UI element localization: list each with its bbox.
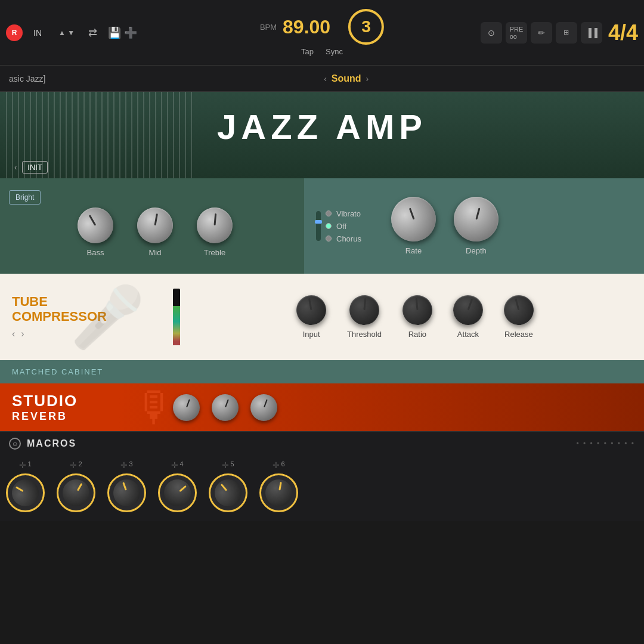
macro-num-4: 4	[179, 460, 183, 467]
macro-knob-inner-5	[209, 474, 247, 512]
mid-label: Mid	[149, 248, 162, 257]
release-knob[interactable]	[500, 292, 537, 328]
eq-knobs: Bass Mid Treble	[18, 208, 292, 257]
treble-label: Treble	[204, 248, 225, 257]
vibrato-label: Vibrato	[336, 209, 361, 218]
macro-knob-ring-6[interactable]	[259, 473, 298, 512]
off-label: Off	[336, 222, 346, 231]
nav-arrows[interactable]: ▲ ▼	[58, 29, 75, 37]
depth-label: Depth	[466, 246, 487, 255]
matched-cabinet-label: MATCHED CABINET	[12, 367, 103, 376]
off-item[interactable]: Off	[326, 222, 361, 231]
macro-knob-ring-4[interactable]	[158, 473, 197, 512]
in-label: IN	[33, 28, 42, 38]
macro-move-4[interactable]: ✛	[171, 460, 178, 470]
macro-num-6: 6	[281, 460, 284, 467]
top-bar-right: ⊙ PREoo ✏ ⊞ ▐▐ 4/4	[481, 20, 638, 45]
reverb-knob-3[interactable]	[250, 394, 277, 421]
nav-arrow-left[interactable]: ‹	[9, 161, 22, 174]
depth-knob[interactable]	[448, 192, 503, 247]
chorus-item[interactable]: Chorus	[326, 234, 361, 243]
macro-knob-ring-3[interactable]	[107, 473, 146, 512]
macro-move-1[interactable]: ✛	[19, 460, 26, 470]
bass-knob[interactable]	[71, 201, 120, 250]
attack-knob[interactable]	[449, 291, 487, 329]
compressor-left: 🎤 TUBE COMPRESSOR ‹ ›	[0, 274, 167, 360]
sound-nav-right[interactable]: ›	[366, 74, 369, 83]
mid-knob-group: Mid	[137, 208, 173, 257]
rate-knob[interactable]	[385, 190, 442, 247]
threshold-knob[interactable]	[348, 294, 380, 326]
sound-nav-left[interactable]: ‹	[324, 74, 327, 83]
save-icons[interactable]: 💾 ➕	[108, 26, 137, 39]
mid-knob[interactable]	[134, 205, 176, 246]
sync-button[interactable]: Sync	[326, 47, 343, 56]
release-label: Release	[504, 330, 533, 339]
macro-num-1: 1	[27, 460, 31, 467]
vibrato-item[interactable]: Vibrato	[326, 209, 361, 218]
studio-reverb: 🎙 STUDIO REVERB	[0, 383, 644, 431]
project-name: asic Jazz]	[9, 74, 45, 83]
loop-icon[interactable]: ⊙	[481, 22, 502, 44]
macro-move-5[interactable]: ✛	[222, 460, 229, 470]
macro-knob-ring-2[interactable]	[57, 473, 95, 512]
reverb-knobs	[173, 394, 277, 421]
macros-title: MACROS	[27, 438, 76, 449]
macro-knob-ring-5[interactable]	[209, 473, 247, 512]
input-knob[interactable]	[294, 293, 329, 327]
attack-knob-group: Attack	[453, 295, 483, 339]
comp-next[interactable]: ›	[21, 329, 24, 339]
macro-knob-inner-2	[58, 475, 94, 511]
threshold-label: Threshold	[347, 330, 382, 339]
macro-knob-inner-3	[110, 476, 144, 510]
eq-left: Bright Bass Mid Treble	[0, 178, 304, 274]
pencil-icon[interactable]: ✏	[531, 22, 552, 44]
macro-knob-item-3: ✛ 3	[107, 460, 146, 512]
bright-button[interactable]: Bright	[9, 190, 41, 205]
treble-knob[interactable]	[195, 206, 234, 244]
ratio-knob-group: Ratio	[402, 295, 432, 339]
macro-num-5: 5	[230, 460, 234, 467]
bars-icon[interactable]: ▐▐	[581, 22, 602, 44]
comp-meter-fill	[173, 306, 180, 346]
comp-prev[interactable]: ‹	[12, 329, 15, 339]
reverb-knob-2[interactable]	[212, 394, 239, 421]
sound-nav-center: ‹ Sound ›	[324, 73, 369, 84]
macro-move-2[interactable]: ✛	[70, 460, 77, 470]
record-button[interactable]: R	[6, 24, 23, 41]
depth-knob-group: Depth	[454, 197, 499, 255]
macros-icon[interactable]: ⊙	[9, 438, 21, 450]
macro-move-3[interactable]: ✛	[120, 460, 128, 470]
macro-move-6[interactable]: ✛	[273, 460, 280, 470]
macro-knob-item-2: ✛ 2	[57, 460, 95, 512]
bpm-value[interactable]: 89.00	[283, 16, 330, 38]
comp-bg-mic: 🎤	[60, 274, 155, 360]
init-button[interactable]: INIT	[22, 161, 48, 174]
time-signature[interactable]: 4/4	[608, 20, 638, 45]
macro-knob-ring-1[interactable]	[6, 473, 45, 512]
treble-knob-group: Treble	[197, 208, 233, 257]
macro-knob-item-6: ✛ 6	[259, 460, 298, 512]
macro-knob-inner-6	[263, 477, 294, 508]
matched-cabinet[interactable]: MATCHED CABINET	[0, 360, 644, 383]
bass-knob-group: Bass	[78, 208, 113, 257]
reverb-knob-1[interactable]	[173, 394, 200, 421]
pre-icon[interactable]: PREoo	[506, 22, 527, 44]
vibrato-slider[interactable]	[316, 211, 321, 241]
input-label: Input	[303, 330, 320, 339]
ratio-label: Ratio	[408, 330, 426, 339]
macro-knob-inner-4	[159, 474, 196, 512]
tap-sync-row: Tap Sync	[301, 47, 343, 56]
bass-label: Bass	[87, 248, 104, 257]
chorus-dot	[326, 236, 332, 242]
beat-circle: 3	[348, 9, 384, 45]
midi-icon[interactable]: ⊞	[556, 22, 577, 44]
macro-knob-inner-1	[7, 475, 44, 511]
ratio-knob[interactable]	[401, 294, 434, 326]
vibrato-dot	[326, 210, 332, 216]
macros-section: ⊙ MACROS • • • • • • • • •	[0, 431, 644, 454]
shuffle-icon[interactable]: ⇄	[88, 26, 97, 39]
macro-knob-item-4: ✛ 4	[158, 460, 197, 512]
tap-button[interactable]: Tap	[301, 47, 314, 56]
macro-num-2: 2	[78, 460, 82, 467]
